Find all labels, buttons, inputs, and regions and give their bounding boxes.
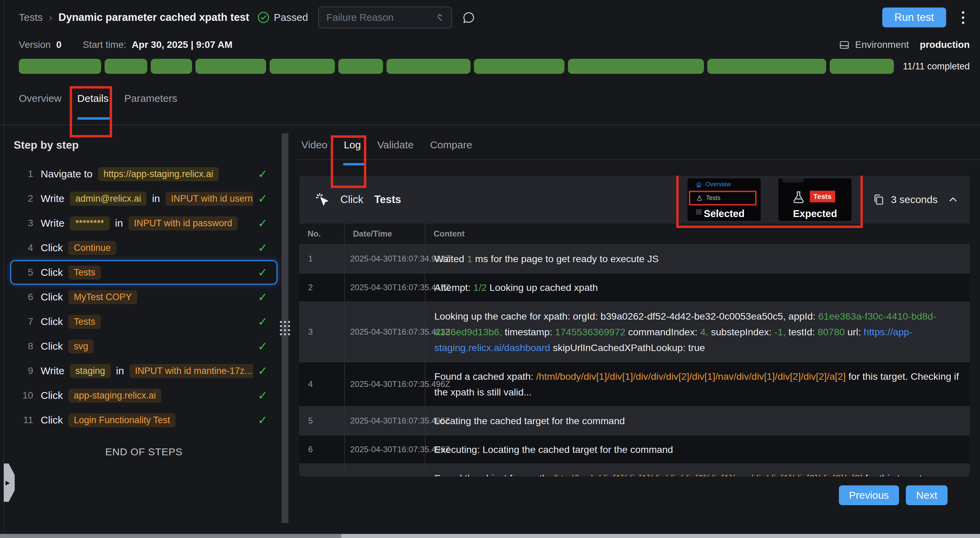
progress-segment-2[interactable] <box>105 59 147 74</box>
progress-segment-1[interactable] <box>19 59 101 74</box>
step-action: Click <box>41 316 63 328</box>
progress-segment-3[interactable] <box>151 59 192 74</box>
step-row-9[interactable]: 9WritestaginginINPUT with id mantine-17z… <box>10 358 277 383</box>
tab-details[interactable]: Details <box>77 92 109 124</box>
log-row-timestamp: 2025-04-30T16:07:35.496Z <box>344 362 425 406</box>
progress-segment-8[interactable] <box>474 59 565 74</box>
step-row-2[interactable]: 2Writeadmin@relicx.aiinINPUT with id use… <box>10 186 277 211</box>
copy-icon[interactable] <box>872 193 885 206</box>
step-row-6[interactable]: 6ClickMyTest COPY✓ <box>10 285 277 309</box>
selected-screenshot-thumbnail[interactable]: Overview Tests Suites Sel <box>687 178 760 221</box>
step-action: Click <box>41 291 63 303</box>
log-row-content: Locating the cached target for the comma… <box>425 406 970 435</box>
previous-button[interactable]: Previous <box>839 485 899 505</box>
step-description: ClickContinue <box>41 241 116 255</box>
detail-tab-video[interactable]: Video <box>301 138 327 159</box>
check-icon: ✓ <box>253 339 268 353</box>
start-time-value: Apr 30, 2025 | 9:07 AM <box>132 39 233 50</box>
horizontal-scrollbar-thumb[interactable] <box>340 534 980 538</box>
expected-screenshot-thumbnail[interactable]: Tests Expected <box>778 178 851 221</box>
meta-row: Version 0 Start time: Apr 30, 2025 | 9:0… <box>0 38 980 52</box>
detail-tab-log[interactable]: Log <box>344 138 361 159</box>
step-target-chip: MyTest COPY <box>68 290 137 304</box>
log-table: No. Date/Time Content 12025-04-30T16:07:… <box>299 224 970 476</box>
progress-segment-7[interactable] <box>387 59 471 74</box>
step-number: 2 <box>18 193 33 204</box>
check-icon: ✓ <box>253 167 268 181</box>
kebab-menu-icon[interactable] <box>960 9 966 26</box>
step-row-5[interactable]: 5ClickTests✓ <box>10 260 277 285</box>
step-number: 8 <box>18 341 33 352</box>
step-description: Clickapp-staging.relicx.ai <box>41 388 161 403</box>
step-description: Write********inINPUT with id password <box>41 216 237 230</box>
steps-list: 1Navigate tohttps://app-staging.relicx.a… <box>10 162 277 432</box>
step-number: 4 <box>18 242 33 253</box>
panel-splitter[interactable] <box>282 133 288 523</box>
log-row-6: 62025-04-30T16:07:35.496ZExecuting: Loca… <box>299 435 970 464</box>
step-value-chip: admin@relicx.ai <box>70 192 146 206</box>
step-description: ClickTests <box>41 266 101 280</box>
tab-parameters[interactable]: Parameters <box>124 92 177 124</box>
step-description: Writeadmin@relicx.aiinINPUT with id user… <box>41 192 253 206</box>
log-row-timestamp: 2025-04-30T16:07:34.912Z <box>344 244 425 273</box>
log-header-right: Overview Tests Suites Sel <box>676 176 958 228</box>
command-action: Click <box>340 193 363 206</box>
next-button[interactable]: Next <box>906 485 948 505</box>
grip-icon <box>280 321 290 335</box>
step-target-chip: INPUT with id username <box>165 192 253 206</box>
detail-tab-compare[interactable]: Compare <box>430 138 472 159</box>
step-action: in <box>115 217 123 229</box>
end-of-steps-label: END OF STEPS <box>10 446 277 458</box>
step-row-10[interactable]: 10Clickapp-staging.relicx.ai✓ <box>10 383 277 408</box>
check-icon: ✓ <box>253 413 268 427</box>
step-action: Write <box>41 365 64 377</box>
run-test-button[interactable]: Run test <box>882 8 946 27</box>
log-row-content: Found the object for xpath: /html/body/d… <box>425 464 970 476</box>
step-row-11[interactable]: 11ClickLogin Functionality Test✓ <box>10 408 277 432</box>
step-value-chip: staging <box>70 364 110 378</box>
step-target-chip: svg <box>68 339 94 353</box>
step-progress-bar <box>19 59 894 74</box>
check-icon: ✓ <box>253 216 268 230</box>
chevron-up-icon[interactable] <box>948 194 958 205</box>
step-description: ClickTests <box>41 315 101 329</box>
log-row-content: Waited 1 ms for the page to get ready to… <box>425 244 970 273</box>
start-time-label: Start time: <box>83 39 126 50</box>
log-row-5: 52025-04-30T16:07:35.496ZLocating the ca… <box>299 406 970 435</box>
progress-segment-5[interactable] <box>270 59 335 74</box>
main-area: Step by step 1Navigate tohttps://app-sta… <box>0 133 980 523</box>
check-circle-icon <box>257 11 270 24</box>
progress-segment-11[interactable] <box>830 59 894 74</box>
left-border-line <box>3 0 4 538</box>
progress-segment-9[interactable] <box>568 59 704 74</box>
step-row-3[interactable]: 3Write********inINPUT with id password✓ <box>10 211 277 236</box>
progress-segment-4[interactable] <box>196 59 266 74</box>
step-action: in <box>152 193 160 204</box>
step-row-7[interactable]: 7ClickTests✓ <box>10 309 277 334</box>
step-number: 5 <box>18 267 33 278</box>
check-icon: ✓ <box>253 388 268 402</box>
progress-segment-6[interactable] <box>338 59 383 74</box>
progress-segment-10[interactable] <box>707 59 826 74</box>
step-action: Click <box>41 267 63 278</box>
log-row-content: Looking up the cache for xpath: orgId: b… <box>425 302 970 362</box>
check-icon: ✓ <box>253 241 268 255</box>
tab-overview[interactable]: Overview <box>19 92 62 124</box>
failure-reason-select[interactable]: Failure Reason <box>318 6 452 29</box>
step-description: WritestaginginINPUT with id mantine-17z.… <box>41 364 253 378</box>
step-target-chip: INPUT with id mantine-17z... <box>129 364 253 378</box>
environment-label: Environment <box>855 39 909 50</box>
step-row-4[interactable]: 4ClickContinue✓ <box>10 236 277 260</box>
step-row-8[interactable]: 8Clicksvg✓ <box>10 334 277 358</box>
log-row-number: 5 <box>299 406 344 435</box>
step-number: 10 <box>18 390 33 401</box>
comment-icon[interactable] <box>461 11 475 24</box>
step-target-chip: Continue <box>68 241 116 255</box>
log-table-header-row: No. Date/Time Content <box>299 224 970 244</box>
detail-tab-validate[interactable]: Validate <box>377 138 414 159</box>
drive-icon <box>839 39 850 50</box>
step-number: 3 <box>18 218 33 229</box>
step-row-1[interactable]: 1Navigate tohttps://app-staging.relicx.a… <box>10 162 277 186</box>
breadcrumb[interactable]: Tests <box>19 12 43 23</box>
step-target-chip: Tests <box>68 266 101 280</box>
